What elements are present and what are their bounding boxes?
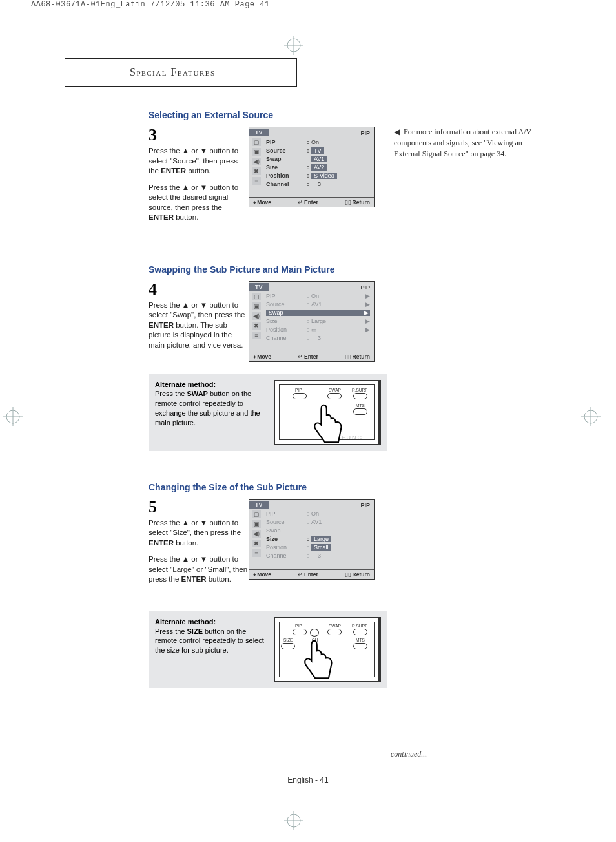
x-icon: ✖	[252, 167, 261, 175]
remote-illustration-swap: PIP SWAP R.SURF MTS FUNC	[274, 380, 381, 445]
subheading-2: Swapping the Sub Picture and Main Pictur…	[149, 264, 568, 275]
tv-icon: ▢	[252, 293, 261, 300]
sliders-icon: ≡	[252, 332, 261, 339]
step-5-para-2: Press the ▲ or ▼ button to select "Large…	[149, 554, 249, 585]
hand-icon	[302, 403, 347, 445]
step-4-para: Press the ▲ or ▼ button to select "Swap"…	[149, 300, 249, 351]
sliders-icon: ≡	[252, 177, 261, 185]
section-title: Special Features	[130, 67, 216, 78]
crop-line	[294, 6, 294, 31]
x-icon: ✖	[252, 322, 261, 330]
side-note: ◀For more information about external A/V…	[394, 127, 536, 159]
tv-icon: ▢	[252, 510, 261, 518]
crop-mark-left	[3, 407, 23, 426]
step-5-text: 5 Press the ▲ or ▼ button to select "Siz…	[149, 499, 249, 585]
remote-illustration-size: PIP SWAP R.SURF SIZE CH MTS	[274, 617, 381, 682]
step-3-para-2: Press the ▲ or ▼ button to select the de…	[149, 183, 249, 223]
osd-enter: ↵Enter	[298, 199, 318, 205]
alt-title: Alternate method:	[155, 381, 216, 388]
osd-move: ♦Move	[253, 199, 271, 205]
subheading-1: Selecting an External Source	[149, 110, 568, 120]
osd-tv-badge: TV	[249, 129, 269, 136]
display-icon: ▣	[252, 302, 261, 310]
alternate-method-size: Alternate method: Press the SIZE button …	[149, 611, 387, 688]
speaker-icon: ◀)	[252, 312, 261, 320]
step-3-para-1: Press the ▲ or ▼ button to select "Sourc…	[149, 146, 249, 176]
step-5-para-1: Press the ▲ or ▼ button to select "Size"…	[149, 518, 249, 549]
print-header: AA68-03671A-01Eng_Latin 7/12/05 11:36 AM…	[31, 0, 270, 9]
display-icon: ▣	[252, 148, 261, 156]
alternate-method-swap: Alternate method: Press the SWAP button …	[149, 374, 387, 451]
x-icon: ✖	[252, 540, 261, 547]
subheading-3: Changing the Size of the Sub Picture	[149, 482, 568, 492]
step-3-text: 3 Press the ▲ or ▼ button to select "Sou…	[149, 127, 249, 223]
crop-line	[294, 817, 294, 842]
sliders-icon: ≡	[252, 549, 261, 557]
speaker-icon: ◀)	[252, 530, 261, 538]
osd-screenshot-5: TV PIP ▢ ▣ ◀) ✖ ≡ PIP:On Source:AV1 Swap	[249, 499, 375, 580]
section-title-box: Special Features	[65, 58, 297, 87]
continued-text: continued...	[391, 750, 427, 759]
display-icon: ▣	[252, 520, 261, 528]
step-number-3: 3	[149, 127, 249, 143]
osd-return: ▯▯Return	[345, 199, 370, 205]
crop-mark-top	[284, 36, 303, 55]
tv-icon: ▢	[252, 138, 261, 146]
hand-icon	[293, 639, 338, 682]
step-number-4: 4	[149, 281, 249, 298]
speaker-icon: ◀)	[252, 158, 261, 165]
triangle-left-icon: ◀	[394, 127, 400, 138]
step-number-5: 5	[149, 499, 249, 516]
osd-menu-icons: ▢ ▣ ◀) ✖ ≡	[249, 136, 263, 197]
osd-screenshot-4: TV PIP ▢ ▣ ◀) ✖ ≡ PIP:On▶ Source:AV1▶ Sw…	[249, 281, 375, 362]
osd-screenshot-3: TV PIP ▢ ▣ ◀) ✖ ≡ PIP:On Source:TV SwapA…	[249, 127, 375, 207]
osd-title: PIP	[360, 129, 370, 136]
page-number: English - 41	[0, 775, 616, 784]
crop-mark-right	[581, 407, 601, 426]
step-4-text: 4 Press the ▲ or ▼ button to select "Swa…	[149, 281, 249, 351]
